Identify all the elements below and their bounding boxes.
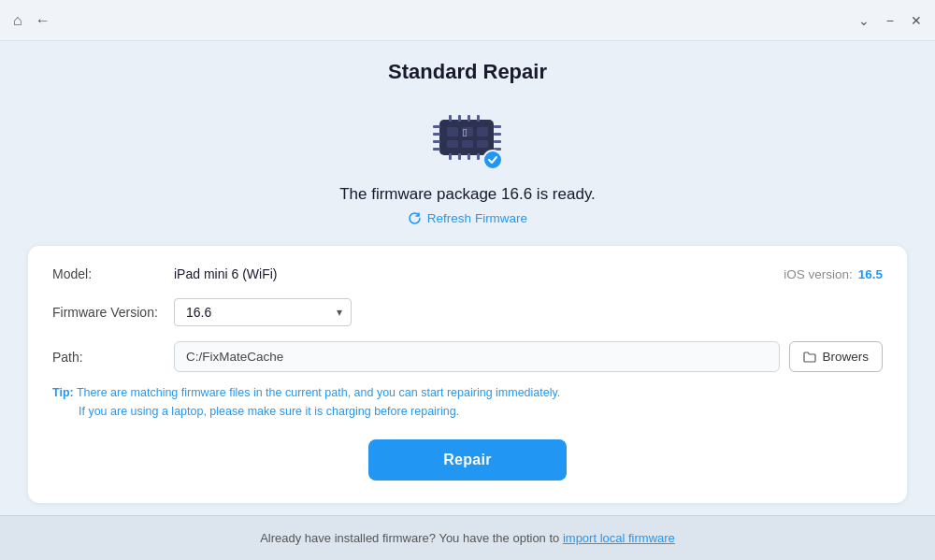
svg-rect-15	[433, 125, 440, 128]
svg-rect-18	[433, 148, 440, 151]
firmware-ready-text: The firmware package 16.6 is ready.	[339, 185, 596, 204]
main-content: Standard Repair	[0, 41, 935, 515]
svg-rect-4	[447, 140, 458, 148]
model-value: iPad mini 6 (WiFi)	[174, 266, 277, 281]
model-row: Model: iPad mini 6 (WiFi) iOS version: 1…	[52, 266, 883, 281]
model-label: Model:	[52, 266, 174, 281]
tip-text: Tip: There are matching firmware files i…	[52, 383, 883, 421]
firmware-row: Firmware Version: 16.6 16.5 16.4 ▾	[52, 298, 883, 326]
svg-rect-6	[477, 140, 488, 148]
refresh-icon	[408, 211, 422, 225]
firmware-select-wrapper: 16.6 16.5 16.4 ▾	[174, 298, 352, 326]
titlebar-left: ⌂ ←	[13, 12, 50, 29]
svg-rect-9	[468, 115, 470, 122]
check-badge	[482, 150, 503, 170]
svg-rect-11	[449, 153, 452, 160]
path-row: Path: Browers	[52, 341, 883, 372]
refresh-firmware-link[interactable]: Refresh Firmware	[408, 211, 527, 225]
ios-version-group: iOS version: 16.5	[784, 267, 883, 281]
home-icon[interactable]: ⌂	[13, 12, 22, 29]
svg-rect-12	[458, 153, 461, 160]
device-icon-wrapper: 	[430, 101, 505, 172]
folder-icon	[803, 351, 816, 363]
svg-rect-21	[494, 140, 501, 143]
browse-label: Browers	[822, 350, 869, 364]
repair-button[interactable]: Repair	[368, 439, 567, 481]
browse-button[interactable]: Browers	[789, 341, 883, 372]
footer: Already have installed firmware? You hav…	[0, 515, 935, 560]
svg-rect-1	[447, 127, 458, 136]
page-title: Standard Repair	[388, 60, 547, 84]
svg-rect-20	[494, 133, 501, 136]
refresh-firmware-label: Refresh Firmware	[427, 211, 527, 225]
svg-rect-19	[494, 125, 501, 128]
svg-text:: 	[463, 126, 467, 139]
titlebar: ⌂ ← ⌄ − ✕	[0, 0, 935, 41]
back-icon[interactable]: ←	[36, 12, 50, 29]
svg-rect-3	[477, 127, 488, 136]
footer-text: Already have installed firmware? You hav…	[260, 531, 563, 545]
svg-rect-14	[477, 153, 480, 160]
chevron-icon[interactable]: ⌄	[858, 14, 870, 27]
svg-rect-10	[477, 115, 480, 122]
titlebar-right: ⌄ − ✕	[858, 14, 922, 27]
path-input[interactable]	[174, 341, 780, 372]
path-label: Path:	[52, 350, 174, 365]
tip-line2: If you are using a laptop, please make s…	[79, 405, 459, 418]
svg-rect-5	[462, 140, 473, 148]
tip-line1: There are matching firmware files in the…	[77, 386, 560, 399]
svg-rect-16	[433, 133, 440, 136]
minimize-icon[interactable]: −	[886, 14, 894, 27]
svg-rect-17	[433, 140, 440, 143]
tip-prefix: Tip:	[52, 386, 74, 399]
import-local-firmware-link[interactable]: import local firmware	[563, 531, 675, 545]
ios-version-value: 16.5	[858, 267, 883, 281]
firmware-label: Firmware Version:	[52, 305, 174, 320]
close-icon[interactable]: ✕	[911, 14, 922, 27]
svg-rect-13	[468, 153, 470, 160]
svg-rect-7	[449, 115, 452, 122]
ios-version-label: iOS version:	[784, 267, 853, 281]
svg-rect-8	[458, 115, 461, 122]
repair-btn-wrapper: Repair	[52, 439, 883, 481]
firmware-version-select[interactable]: 16.6 16.5 16.4	[174, 298, 352, 326]
device-info-card: Model: iPad mini 6 (WiFi) iOS version: 1…	[28, 246, 907, 503]
